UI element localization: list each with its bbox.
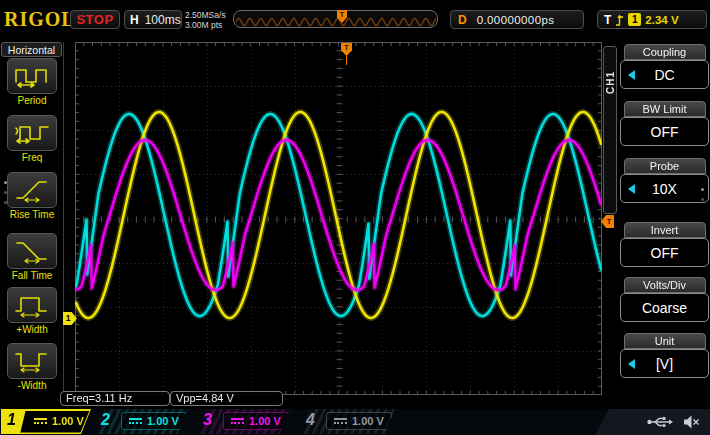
usb-icon	[646, 415, 674, 429]
left-arrow-icon	[628, 184, 635, 194]
measurement-vpp: Vpp=4.84 V	[170, 391, 283, 406]
invert-value: OFF	[651, 245, 679, 261]
left-menu-item-minus-width[interactable]: -Width	[0, 343, 64, 391]
rise-time-icon	[7, 172, 57, 208]
channel-status-bar: 1 1.00 V 2 1.00 V 3 1.00 V 4	[0, 409, 710, 435]
channel2-chip[interactable]: 2 1.00 V	[95, 409, 188, 434]
channel-tab-label: CH1	[605, 71, 616, 94]
measurement-freq: Freq=3.11 Hz	[60, 391, 170, 406]
coupling-label: Coupling	[624, 44, 706, 60]
left-arrow-icon	[628, 359, 635, 369]
channel4-chip[interactable]: 4 1.00 V	[300, 409, 395, 434]
right-menu-page-indicator	[701, 188, 704, 201]
freq-icon	[7, 115, 57, 151]
channel3-scale: 1.00 V	[249, 415, 281, 427]
left-menu-item-label: +Width	[0, 324, 64, 335]
left-menu-item-rise-time[interactable]: Rise Time	[0, 172, 64, 220]
left-menu-item-label: Period	[0, 95, 64, 106]
menu-item-unit[interactable]: Unit [V]	[620, 333, 709, 378]
left-menu-item-label: Rise Time	[0, 209, 64, 220]
left-menu-item-period[interactable]: Period	[0, 58, 64, 106]
trigger-level-marker[interactable]: T	[601, 215, 614, 228]
trigger-edge-icon	[615, 13, 624, 27]
memory-position-bar[interactable]: T	[233, 10, 438, 28]
left-menu-item-label: -Width	[0, 380, 64, 391]
probe-value: 10X	[652, 181, 677, 197]
channel1-number: 1	[7, 411, 16, 429]
channel3-chip[interactable]: 3 1.00 V	[197, 409, 290, 434]
top-status-bar: RIGOL STOP H 100ms 2.50MSa/s 3.00M pts T…	[0, 0, 710, 30]
probe-label: Probe	[624, 158, 706, 174]
bw-limit-value-button[interactable]: OFF	[620, 117, 709, 146]
timebase-box[interactable]: H 100ms	[124, 10, 182, 29]
invert-label: Invert	[624, 222, 706, 238]
left-menu-item-freq[interactable]: Freq	[0, 115, 64, 163]
delay-label: D	[458, 13, 467, 27]
volts-div-value: Coarse	[642, 300, 687, 316]
left-function-menu: Horizontal Period Freq	[0, 40, 66, 395]
channel3-number: 3	[203, 411, 212, 429]
unit-label: Unit	[624, 333, 706, 349]
horizontal-label: H	[130, 13, 139, 27]
channel1-chip[interactable]: 1 1.00 V	[1, 409, 91, 434]
channel2-scale: 1.00 V	[147, 415, 179, 427]
volts-div-value-button[interactable]: Coarse	[620, 293, 709, 322]
trigger-box[interactable]: T 1 2.34 V	[597, 10, 707, 29]
memory-depth: 3.00M pts	[185, 21, 226, 31]
period-icon	[7, 58, 57, 94]
probe-value-button[interactable]: 10X	[620, 174, 709, 203]
invert-value-button[interactable]: OFF	[620, 238, 709, 267]
minus-width-icon	[7, 343, 57, 379]
waveform-display	[75, 42, 602, 395]
dc-coupling-icon	[129, 418, 142, 424]
run-state-label: STOP	[76, 12, 113, 27]
memory-waveform-preview	[236, 12, 436, 27]
status-icon-panel	[595, 409, 710, 435]
trigger-level-value: 2.34 V	[645, 14, 678, 26]
acquisition-info: 2.50MSa/s 3.00M pts	[185, 11, 226, 30]
bw-limit-value: OFF	[651, 124, 679, 140]
coupling-value-button[interactable]: DC	[620, 60, 709, 89]
fall-time-icon	[7, 233, 57, 269]
left-arrow-icon	[628, 70, 635, 80]
dc-coupling-icon	[34, 418, 47, 424]
left-menu-item-fall-time[interactable]: Fall Time	[0, 233, 64, 281]
left-menu-item-label: Freq	[0, 152, 64, 163]
channel4-number: 4	[306, 411, 315, 429]
menu-item-bw-limit[interactable]: BW Limit OFF	[620, 101, 709, 146]
left-menu-page-indicator	[4, 181, 7, 204]
coupling-value: DC	[654, 67, 674, 83]
channel-menu-tab[interactable]: CH1	[603, 46, 617, 214]
dc-coupling-icon	[231, 418, 244, 424]
menu-item-volts-div[interactable]: Volts/Div Coarse	[620, 277, 709, 322]
left-menu-item-plus-width[interactable]: +Width	[0, 287, 64, 335]
oscilloscope-screen: RIGOL STOP H 100ms 2.50MSa/s 3.00M pts T…	[0, 0, 710, 435]
menu-item-probe[interactable]: Probe 10X	[620, 158, 709, 203]
left-menu-title: Horizontal	[1, 42, 62, 57]
rigol-logo: RIGOL	[4, 8, 76, 31]
sound-muted-icon	[682, 414, 700, 430]
plus-width-icon	[7, 287, 57, 323]
menu-item-invert[interactable]: Invert OFF	[620, 222, 709, 267]
run-state-badge[interactable]: STOP	[70, 10, 120, 29]
channel1-scale: 1.00 V	[52, 415, 84, 427]
trigger-label: T	[604, 13, 611, 27]
channel2-number: 2	[101, 411, 110, 429]
left-menu-item-label: Fall Time	[0, 270, 64, 281]
unit-value: [V]	[656, 356, 673, 372]
trigger-source-badge: 1	[628, 13, 641, 26]
delay-value: 0.00000000ps	[477, 14, 555, 26]
timebase-value: 100ms	[145, 13, 181, 27]
unit-value-button[interactable]: [V]	[620, 349, 709, 378]
channel4-scale: 1.00 V	[352, 415, 384, 427]
dc-coupling-icon	[334, 418, 347, 424]
trigger-time-marker-stem	[346, 56, 347, 65]
delay-box[interactable]: D 0.00000000ps	[450, 10, 584, 29]
volts-div-label: Volts/Div	[624, 277, 706, 293]
menu-item-coupling[interactable]: Coupling DC	[620, 44, 709, 89]
bw-limit-label: BW Limit	[624, 101, 706, 117]
